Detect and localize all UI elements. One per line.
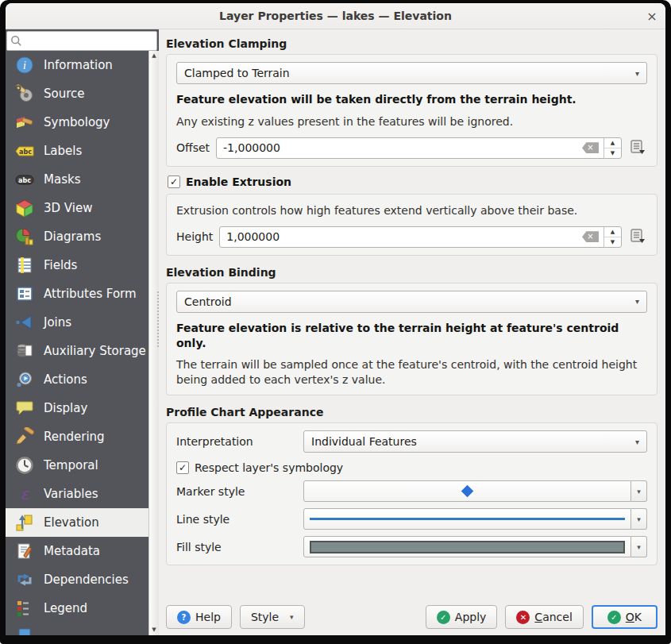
spin-up-icon[interactable]: ▲ [604, 227, 621, 237]
dialog-title: Layer Properties — lakes — Elevation [33, 10, 638, 22]
ok-button[interactable]: ✓ OK [592, 605, 658, 629]
dependencies-icon [15, 570, 34, 589]
offset-spinbox[interactable]: × ▲ ▼ [216, 137, 622, 159]
marker-diamond-swatch [461, 485, 474, 498]
fill-style-dropdown-arrow[interactable]: ▾ [631, 536, 647, 557]
close-icon[interactable]: × [638, 9, 665, 24]
sidebar-item-label: Diagrams [44, 229, 101, 244]
section-title-elevation-clamping: Elevation Clamping [166, 37, 658, 50]
sidebar-item-attributes-form[interactable]: Attributes Form [6, 280, 148, 308]
spin-down-icon[interactable]: ▼ [604, 237, 621, 247]
sidebar-item-metadata[interactable]: Metadata [6, 537, 148, 565]
enable-extrusion-checkbox[interactable]: ✓ [168, 175, 180, 188]
sidebar-item-variables[interactable]: ε Variables [6, 480, 148, 508]
fill-style-button[interactable] [303, 536, 631, 557]
splitter-handle[interactable] [157, 291, 160, 347]
attributes-form-icon [15, 284, 34, 303]
scroll-down-icon[interactable]: ▼ [152, 627, 156, 633]
sidebar-item-label: Masks [44, 172, 80, 187]
sidebar-item-partial[interactable] [6, 623, 148, 635]
sidebar-item-label: Metadata [44, 544, 100, 558]
clamping-combobox[interactable]: Clamped to Terrain ▾ [176, 62, 647, 84]
sidebar-item-fields[interactable]: Fields [6, 251, 148, 280]
offset-data-defined-override-button[interactable] [628, 138, 647, 157]
help-icon: ? [177, 611, 191, 624]
source-icon [15, 84, 34, 103]
marker-style-label: Marker style [176, 485, 303, 498]
sidebar-item-joins[interactable]: Joins [6, 308, 148, 337]
sidebar-item-auxiliary-storage[interactable]: Auxiliary Storage [6, 337, 148, 365]
sidebar-item-rendering[interactable]: Rendering [6, 422, 148, 451]
sidebar-item-information[interactable]: i Information [6, 51, 148, 79]
height-label: Height [176, 230, 213, 243]
search-input[interactable] [22, 34, 153, 48]
line-style-label: Line style [176, 513, 303, 526]
scroll-up-icon[interactable]: ▲ [152, 53, 156, 59]
sidebar-item-display[interactable]: Display [6, 394, 148, 422]
apply-button[interactable]: ✓ Apply [426, 605, 498, 629]
binding-note-bold: Feature elevation is relative to the ter… [176, 321, 647, 351]
respect-symbology-checkbox[interactable]: ✓ [176, 461, 189, 474]
clamping-note-bold: Feature elevation will be taken directly… [176, 92, 647, 107]
help-button[interactable]: ? Help [166, 605, 232, 629]
sidebar-item-label: Attributes Form [44, 287, 137, 301]
sidebar-item-label: Auxiliary Storage [44, 344, 146, 358]
sidebar-item-source[interactable]: Source [6, 79, 148, 108]
binding-note: The terrain will be sampled once at the … [176, 357, 647, 388]
sidebar-item-temporal[interactable]: Temporal [6, 451, 148, 480]
sidebar-item-symbology[interactable]: Symbology [6, 108, 148, 137]
information-icon: i [15, 56, 34, 75]
dialog-button-box: ? Help Style ▾ ✓ Apply ✕ Cancel ✓ OK [166, 600, 658, 629]
fields-icon [15, 256, 34, 275]
sidebar-item-actions[interactable]: Actions [6, 365, 148, 394]
binding-groupbox: Centroid ▾ Feature elevation is relative… [166, 283, 658, 396]
sidebar-item-elevation[interactable]: Elevation [6, 508, 148, 537]
legend-icon [15, 599, 34, 618]
sidebar-search[interactable] [6, 31, 157, 51]
sidebar-item-label: Elevation [44, 515, 99, 530]
sidebar-item-labels[interactable]: abc Labels [6, 137, 148, 165]
spin-down-icon[interactable]: ▼ [604, 148, 621, 158]
height-spinner[interactable]: ▲ ▼ [604, 227, 621, 247]
binding-combobox-value: Centroid [184, 295, 631, 308]
chevron-down-icon: ▾ [283, 613, 294, 621]
metadata-icon [15, 542, 34, 561]
line-style-dropdown-arrow[interactable]: ▾ [631, 508, 647, 530]
sidebar-item-masks[interactable]: abc Masks [6, 165, 148, 194]
temporal-clock-icon [15, 456, 34, 475]
interpretation-combobox[interactable]: Individual Features ▾ [303, 430, 647, 453]
layer-properties-dialog: Layer Properties — lakes — Elevation × i… [0, 0, 671, 644]
clear-icon[interactable]: × [582, 142, 599, 153]
respect-symbology-label[interactable]: Respect layer's symbology [195, 461, 343, 474]
partial-icon [15, 627, 34, 635]
offset-label: Offset [176, 141, 210, 154]
cancel-x-icon: ✕ [516, 611, 530, 624]
binding-combobox[interactable]: Centroid ▾ [176, 291, 647, 313]
sidebar-item-label: Joins [44, 315, 71, 330]
ok-check-icon: ✓ [607, 611, 621, 624]
search-icon [10, 35, 22, 47]
marker-style-dropdown-arrow[interactable]: ▾ [631, 480, 647, 502]
marker-style-button[interactable] [303, 480, 631, 502]
cancel-button[interactable]: ✕ Cancel [505, 605, 583, 629]
enable-extrusion-label[interactable]: Enable Extrusion [186, 175, 291, 188]
fill-style-label: Fill style [176, 541, 303, 553]
offset-spinner[interactable]: ▲ ▼ [604, 138, 621, 158]
style-menu-button[interactable]: Style ▾ [240, 605, 305, 629]
height-input[interactable] [220, 230, 582, 243]
clear-icon[interactable]: × [582, 231, 599, 242]
extrusion-groupbox: Extrusion controls how high features ext… [166, 194, 658, 256]
sidebar-item-legend[interactable]: Legend [6, 594, 148, 623]
offset-input[interactable] [217, 141, 582, 154]
line-style-button[interactable] [303, 508, 631, 530]
interpretation-label: Interpretation [176, 435, 303, 448]
sidebar-item-diagrams[interactable]: Diagrams [6, 222, 148, 251]
sidebar-item-dependencies[interactable]: Dependencies [6, 565, 148, 594]
height-data-defined-override-button[interactable] [628, 227, 647, 246]
chevron-down-icon: ▾ [631, 438, 639, 446]
spin-up-icon[interactable]: ▲ [604, 138, 621, 148]
height-spinbox[interactable]: × ▲ ▼ [219, 226, 622, 248]
extrusion-note: Extrusion controls how high features ext… [176, 203, 647, 218]
sidebar-item-label: Symbology [44, 115, 110, 129]
sidebar-item-3d-view[interactable]: 3D View [6, 194, 148, 222]
